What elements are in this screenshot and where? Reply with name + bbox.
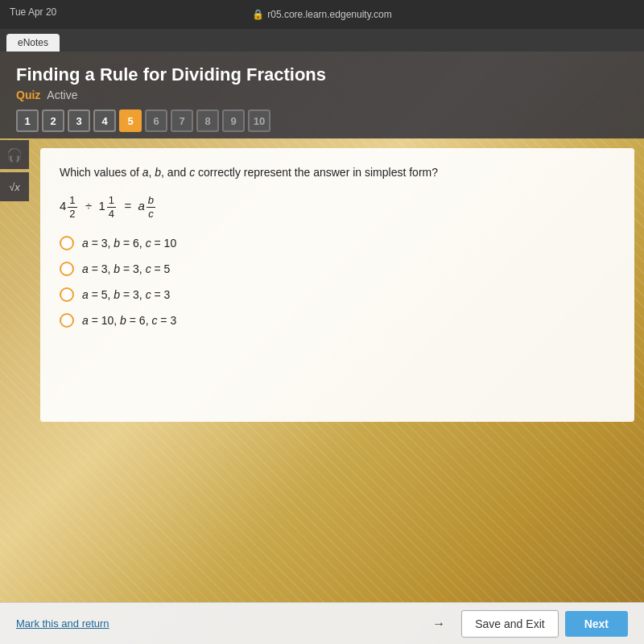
q-num-9[interactable]: 9 [222,109,245,132]
page-title: Finding a Rule for Dividing Fractions [16,64,628,85]
main-bg: Finding a Rule for Dividing Fractions Qu… [0,52,644,644]
formula-icon-btn[interactable]: √x [0,172,29,201]
next-button[interactable]: Next [565,611,628,637]
enotes-tab[interactable]: eNotes [6,34,60,52]
bottom-bar: Mark this and return → Save and Exit Nex… [0,602,644,644]
save-exit-button[interactable]: Save and Exit [461,610,558,638]
question-numbers: 1 2 3 4 5 6 7 8 9 10 [16,109,628,138]
left-sidebar: 🎧 √x [0,140,29,201]
question-card: Which values of a, b, and c correctly re… [40,148,634,422]
choice-text-a: a = 3, b = 6, c = 10 [82,237,176,250]
browser-url-bar: 🔒 r05.core.learn.edgenuity.com [10,9,634,20]
q-num-6[interactable]: 6 [145,109,167,132]
q-num-4[interactable]: 4 [93,109,116,132]
answer-choice-c[interactable]: a = 5, b = 3, c = 3 [60,287,615,302]
tab-bar: eNotes [0,29,644,52]
headphone-icon-btn[interactable]: 🎧 [0,140,29,169]
q-num-2[interactable]: 2 [42,109,64,132]
equation-display: 412 ÷ 114 = abc [60,194,615,220]
radio-a[interactable] [60,236,74,250]
question-text: Which values of a, b, and c correctly re… [60,164,615,181]
q-num-1[interactable]: 1 [16,109,39,132]
equation-text: 412 ÷ 114 = abc [60,194,157,220]
quiz-label: Quiz [16,89,40,101]
q-num-7[interactable]: 7 [171,109,193,132]
q-num-3[interactable]: 3 [68,109,90,132]
url-text: r05.core.learn.edgenuity.com [267,9,392,20]
arrow-icon: → [432,617,445,631]
headphone-icon: 🎧 [6,147,23,163]
formula-icon: √x [9,181,20,193]
mark-return-link[interactable]: Mark this and return [16,617,109,630]
q-num-8[interactable]: 8 [196,109,219,132]
answer-choice-d[interactable]: a = 10, b = 6, c = 3 [60,313,615,328]
radio-c[interactable] [60,287,74,302]
radio-b[interactable] [60,262,74,276]
answer-choice-b[interactable]: a = 3, b = 3, c = 5 [60,262,615,276]
quiz-status-row: Quiz Active [16,89,628,101]
browser-time: Tue Apr 20 [10,6,56,18]
answer-choice-a[interactable]: a = 3, b = 6, c = 10 [60,236,615,250]
lock-icon: 🔒 [252,9,264,20]
choice-text-d: a = 10, b = 6, c = 3 [82,314,176,327]
active-label: Active [47,89,77,101]
q-num-5[interactable]: 5 [119,109,142,132]
choice-text-c: a = 5, b = 3, c = 3 [82,288,170,301]
radio-d[interactable] [60,313,74,328]
header-section: Finding a Rule for Dividing Fractions Qu… [0,52,644,138]
choice-text-b: a = 3, b = 3, c = 5 [82,262,170,275]
q-num-10[interactable]: 10 [248,109,270,132]
browser-bar: Tue Apr 20 🔒 r05.core.learn.edgenuity.co… [0,0,644,29]
